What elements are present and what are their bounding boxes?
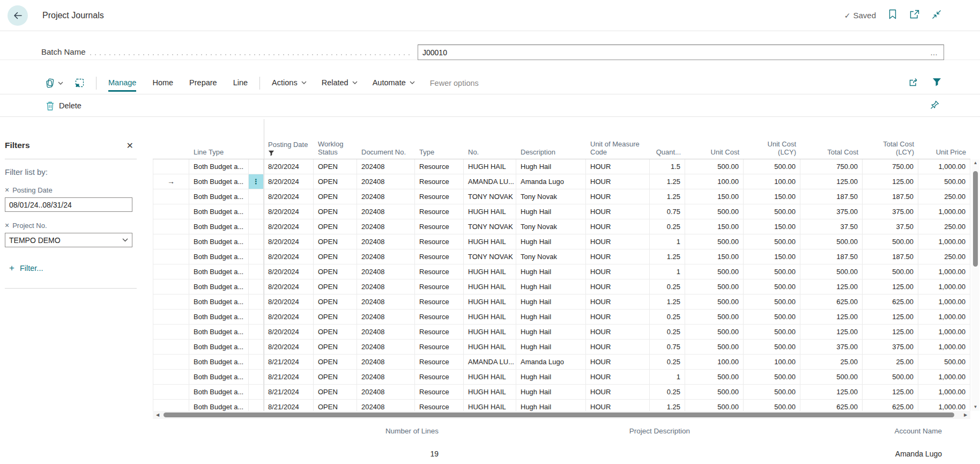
column-header-unit-of-measure[interactable]: Unit of Measure Code	[586, 131, 650, 159]
cell-total-cost-lcy[interactable]: 375.00	[863, 204, 918, 219]
cell-total-cost-lcy[interactable]: 37.50	[863, 219, 918, 234]
cell-unit-cost-lcy[interactable]: 500.00	[744, 204, 800, 219]
cell-line-type[interactable]: Both Budget a...	[189, 189, 249, 204]
cell-line-type[interactable]: Both Budget a...	[189, 370, 249, 384]
cell-description[interactable]: Amanda Lugo	[516, 174, 586, 189]
cell-document-no[interactable]: 202408	[357, 370, 415, 384]
cell-quantity[interactable]: 1.25	[650, 400, 685, 411]
cell-document-no[interactable]: 202408	[357, 310, 415, 324]
scroll-up-arrow[interactable]: ▲	[971, 159, 979, 167]
batch-name-input[interactable]	[418, 48, 925, 57]
filter-chip-project-no[interactable]: × Project No.	[5, 221, 137, 230]
cell-total-cost-lcy[interactable]: 625.00	[863, 400, 918, 411]
cell-no[interactable]: AMANDA LU...	[464, 174, 516, 189]
cell-worklog-status[interactable]: OPEN	[314, 325, 357, 339]
cell-description[interactable]: Tony Novak	[516, 249, 586, 264]
row-menu-cell[interactable]: ⋮	[249, 325, 264, 339]
action-menu[interactable]: Related	[322, 76, 358, 90]
cell-quantity[interactable]: 0.25	[650, 279, 685, 294]
cell-unit-cost[interactable]: 100.00	[685, 355, 744, 369]
cell-line-type[interactable]: Both Budget a...	[189, 249, 249, 264]
cell-unit-price[interactable]: 1,000.00	[918, 310, 970, 324]
cell-no[interactable]: HUGH HAIL	[464, 204, 516, 219]
cell-line-type[interactable]: Both Budget a...	[189, 219, 249, 234]
row-menu-button[interactable]: ⋮	[249, 174, 263, 189]
cell-unit-price[interactable]: 1,000.00	[918, 204, 970, 219]
column-header-type[interactable]: Type	[415, 131, 464, 159]
cell-type[interactable]: Resource	[415, 234, 464, 249]
row-selector-cell[interactable]: →	[153, 355, 189, 369]
cell-total-cost[interactable]: 625.00	[800, 294, 863, 309]
table-row[interactable]: → Both Budget a... ⋮ 8/20/2024 OPEN 2024…	[153, 264, 970, 279]
cell-unit-cost[interactable]: 500.00	[685, 385, 744, 399]
cell-unit-price[interactable]: 1,000.00	[918, 234, 970, 249]
cell-unit-of-measure[interactable]: HOUR	[586, 159, 650, 174]
row-selector-cell[interactable]: →	[153, 325, 189, 339]
cell-document-no[interactable]: 202408	[357, 400, 415, 411]
add-filter-button[interactable]: + Filter...	[9, 263, 43, 274]
cell-worklog-status[interactable]: OPEN	[314, 340, 357, 354]
cell-document-no[interactable]: 202408	[357, 174, 415, 189]
row-menu-cell[interactable]: ⋮	[249, 219, 264, 234]
cell-unit-price[interactable]: 1,000.00	[918, 264, 970, 279]
column-header-document-no[interactable]: Document No.	[357, 131, 415, 159]
cell-posting-date[interactable]: 8/21/2024	[264, 385, 314, 399]
cell-total-cost[interactable]: 187.50	[800, 249, 863, 264]
cell-description[interactable]: Hugh Hail	[516, 325, 586, 339]
cell-unit-cost-lcy[interactable]: 100.00	[744, 174, 800, 189]
cell-no[interactable]: HUGH HAIL	[464, 159, 516, 174]
cell-unit-price[interactable]: 1,000.00	[918, 279, 970, 294]
cell-unit-of-measure[interactable]: HOUR	[586, 234, 650, 249]
cell-posting-date[interactable]: 8/21/2024	[264, 370, 314, 384]
cell-worklog-status[interactable]: OPEN	[314, 234, 357, 249]
table-row[interactable]: → Both Budget a... ⋮ 8/20/2024 OPEN 2024…	[153, 204, 970, 219]
cell-total-cost[interactable]: 125.00	[800, 310, 863, 324]
cell-unit-of-measure[interactable]: HOUR	[586, 400, 650, 411]
column-header-quantity[interactable]: Quant...	[650, 131, 685, 159]
cell-posting-date[interactable]: 8/20/2024	[264, 325, 314, 339]
cell-total-cost[interactable]: 125.00	[800, 174, 863, 189]
table-row[interactable]: → Both Budget a... ⋮ 8/21/2024 OPEN 2024…	[153, 370, 970, 385]
cell-quantity[interactable]: 0.75	[650, 340, 685, 354]
row-menu-cell[interactable]: ⋮	[249, 234, 264, 249]
cell-line-type[interactable]: Both Budget a...	[189, 310, 249, 324]
cell-total-cost-lcy[interactable]: 500.00	[863, 264, 918, 279]
cell-posting-date[interactable]: 8/20/2024	[264, 174, 314, 189]
cell-type[interactable]: Resource	[415, 159, 464, 174]
cell-line-type[interactable]: Both Budget a...	[189, 234, 249, 249]
cell-type[interactable]: Resource	[415, 174, 464, 189]
cell-unit-price[interactable]: 1,000.00	[918, 159, 970, 174]
cell-line-type[interactable]: Both Budget a...	[189, 159, 249, 174]
cell-posting-date[interactable]: 8/20/2024	[264, 310, 314, 324]
cell-type[interactable]: Resource	[415, 355, 464, 369]
cell-unit-cost[interactable]: 100.00	[685, 174, 744, 189]
action-menu[interactable]: Automate	[373, 76, 415, 90]
batch-name-field[interactable]: …	[418, 45, 944, 60]
row-menu-cell[interactable]: ⋮	[249, 174, 264, 189]
share-button[interactable]	[909, 78, 919, 88]
cell-no[interactable]: HUGH HAIL	[464, 385, 516, 399]
cell-worklog-status[interactable]: OPEN	[314, 355, 357, 369]
cell-description[interactable]: Hugh Hail	[516, 204, 586, 219]
cell-unit-of-measure[interactable]: HOUR	[586, 279, 650, 294]
cell-document-no[interactable]: 202408	[357, 279, 415, 294]
cell-type[interactable]: Resource	[415, 400, 464, 411]
cell-unit-cost[interactable]: 500.00	[685, 204, 744, 219]
action-tab[interactable]: Home	[152, 76, 173, 90]
row-menu-cell[interactable]: ⋮	[249, 385, 264, 399]
cell-quantity[interactable]: 1.25	[650, 189, 685, 204]
cell-description[interactable]: Tony Novak	[516, 219, 586, 234]
cell-total-cost-lcy[interactable]: 125.00	[863, 325, 918, 339]
cell-type[interactable]: Resource	[415, 310, 464, 324]
table-row[interactable]: → Both Budget a... ⋮ 8/20/2024 OPEN 2024…	[153, 279, 970, 294]
cell-total-cost[interactable]: 375.00	[800, 340, 863, 354]
cell-description[interactable]: Hugh Hail	[516, 264, 586, 279]
cell-posting-date[interactable]: 8/20/2024	[264, 264, 314, 279]
cell-worklog-status[interactable]: OPEN	[314, 400, 357, 411]
project-no-filter-select[interactable]: TEMPO DEMO	[5, 233, 132, 247]
row-menu-cell[interactable]: ⋮	[249, 204, 264, 219]
cell-description[interactable]: Hugh Hail	[516, 279, 586, 294]
cell-unit-cost[interactable]: 500.00	[685, 234, 744, 249]
cell-posting-date[interactable]: 8/20/2024	[264, 234, 314, 249]
column-header-posting-date[interactable]: Posting Date	[264, 131, 314, 159]
